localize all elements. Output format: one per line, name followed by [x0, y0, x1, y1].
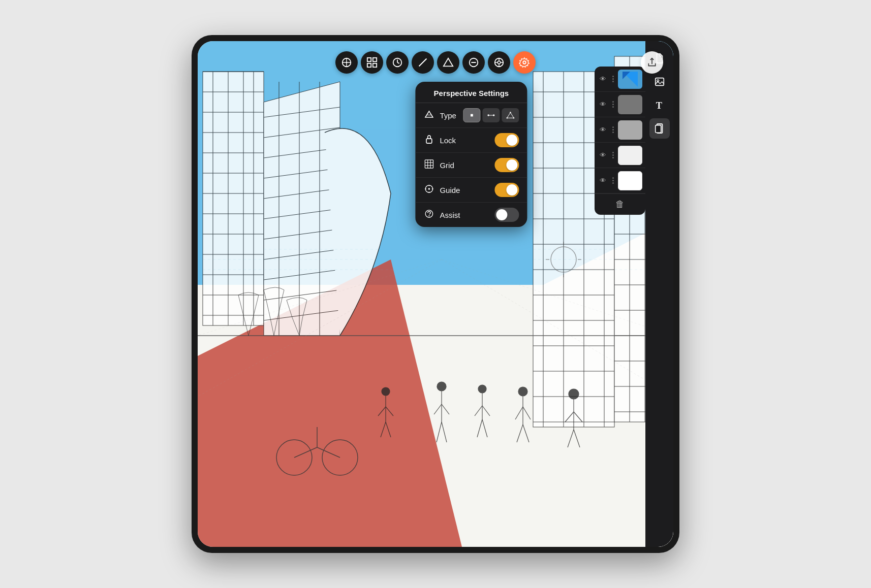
- type-3pt-button[interactable]: [502, 108, 519, 122]
- guide-row: Guide: [415, 178, 527, 203]
- delete-layer-button[interactable]: 🗑: [615, 199, 625, 210]
- layer-1-visibility-icon[interactable]: 👁: [597, 75, 609, 83]
- type-label: Type: [440, 111, 458, 120]
- svg-rect-168: [655, 78, 664, 86]
- svg-rect-129: [373, 63, 377, 67]
- layer-item-2[interactable]: 👁: [595, 92, 645, 117]
- clock-tool-button[interactable]: [386, 51, 409, 74]
- svg-line-111: [574, 430, 580, 447]
- svg-point-169: [657, 80, 659, 82]
- svg-point-167: [428, 215, 429, 216]
- guide-icon: [423, 184, 434, 195]
- svg-point-82: [382, 387, 390, 396]
- guide-label: Guide: [440, 186, 489, 194]
- grid-tool-button[interactable]: [361, 51, 383, 74]
- layer-4-visibility-icon[interactable]: 👁: [597, 151, 609, 159]
- svg-rect-155: [425, 160, 433, 168]
- svg-point-143: [523, 61, 526, 64]
- svg-line-92: [437, 422, 442, 442]
- pen-tool-button[interactable]: [412, 51, 434, 74]
- layer-5-options[interactable]: [609, 177, 617, 184]
- svg-marker-134: [444, 58, 453, 67]
- svg-point-153: [506, 117, 508, 119]
- type-1pt-button[interactable]: [463, 108, 480, 122]
- text-tool-button[interactable]: T: [649, 95, 670, 115]
- grid-toggle[interactable]: [494, 158, 519, 172]
- svg-line-93: [442, 422, 447, 442]
- svg-line-90: [434, 404, 442, 414]
- svg-rect-127: [373, 58, 377, 61]
- assist-row: Assist: [415, 203, 527, 227]
- svg-line-91: [442, 404, 449, 414]
- svg-rect-146: [471, 114, 473, 117]
- type-2pt-button[interactable]: [482, 108, 500, 122]
- svg-point-161: [428, 188, 430, 190]
- svg-rect-126: [367, 58, 371, 61]
- svg-point-149: [493, 114, 494, 116]
- svg-point-138: [497, 61, 501, 64]
- svg-point-152: [513, 117, 515, 119]
- import-tool-button[interactable]: [488, 51, 510, 74]
- layer-2-options[interactable]: [609, 101, 617, 108]
- assist-toggle[interactable]: [494, 208, 519, 222]
- layer-5-visibility-icon[interactable]: 👁: [597, 177, 609, 184]
- share-button[interactable]: [641, 51, 663, 74]
- layer-4-thumbnail: [618, 146, 642, 165]
- svg-rect-154: [426, 139, 432, 143]
- layer-item-1[interactable]: 👁: [595, 67, 645, 92]
- svg-text:T: T: [656, 101, 662, 111]
- assist-icon: [423, 209, 434, 220]
- svg-line-105: [523, 424, 529, 442]
- perspective-tool-button[interactable]: [335, 51, 358, 74]
- layer-2-thumbnail: [618, 95, 642, 114]
- layer-3-visibility-icon[interactable]: 👁: [597, 126, 609, 134]
- lock-toggle[interactable]: [494, 133, 519, 147]
- layer-5-thumbnail: [618, 171, 642, 190]
- svg-line-132: [397, 62, 399, 63]
- layer-1-options[interactable]: [609, 76, 617, 82]
- svg-line-97: [482, 406, 490, 416]
- canvas-area: Perspective Settings Type: [198, 41, 673, 547]
- svg-line-98: [477, 419, 482, 437]
- svg-point-88: [437, 382, 446, 391]
- svg-point-151: [510, 112, 511, 113]
- svg-marker-22: [264, 82, 340, 336]
- svg-point-94: [478, 385, 486, 393]
- layer-3-options[interactable]: [609, 126, 617, 133]
- guide-toggle[interactable]: [494, 183, 519, 197]
- layer-4-options[interactable]: [609, 152, 617, 158]
- grid-row: Grid: [415, 153, 527, 178]
- top-toolbar: [335, 51, 536, 74]
- layer-delete-area: 🗑: [595, 193, 645, 215]
- type-selector: [463, 108, 519, 122]
- lock-label: Lock: [440, 136, 489, 145]
- layers-tool-button[interactable]: [649, 118, 670, 139]
- svg-line-102: [515, 407, 523, 419]
- svg-point-106: [569, 389, 579, 399]
- svg-rect-128: [367, 63, 371, 67]
- settings-tool-button[interactable]: [513, 51, 536, 74]
- svg-point-100: [518, 387, 527, 396]
- layer-item-3[interactable]: 👁: [595, 117, 645, 143]
- svg-line-103: [523, 407, 531, 419]
- svg-line-110: [568, 430, 574, 447]
- erase-tool-button[interactable]: [462, 51, 485, 74]
- grid-label: Grid: [440, 161, 489, 170]
- device-frame: Perspective Settings Type: [192, 35, 679, 553]
- svg-line-96: [475, 406, 482, 416]
- image-tool-button[interactable]: [649, 72, 670, 92]
- layer-2-visibility-icon[interactable]: 👁: [597, 101, 609, 108]
- grid-settings-icon: [423, 159, 434, 171]
- lock-icon: [423, 135, 434, 146]
- svg-marker-144: [425, 111, 433, 117]
- layer-item-5[interactable]: 👁: [595, 168, 645, 193]
- layer-3-thumbnail: [618, 120, 642, 140]
- layer-item-4[interactable]: 👁: [595, 143, 645, 168]
- shape-tool-button[interactable]: [437, 51, 459, 74]
- layers-panel: 👁: [595, 67, 645, 215]
- right-sidebar: T 👁: [617, 41, 673, 547]
- sidebar-tools: T: [645, 41, 673, 547]
- svg-line-104: [517, 424, 523, 442]
- panel-title: Perspective Settings: [415, 82, 527, 103]
- svg-rect-4: [203, 72, 264, 325]
